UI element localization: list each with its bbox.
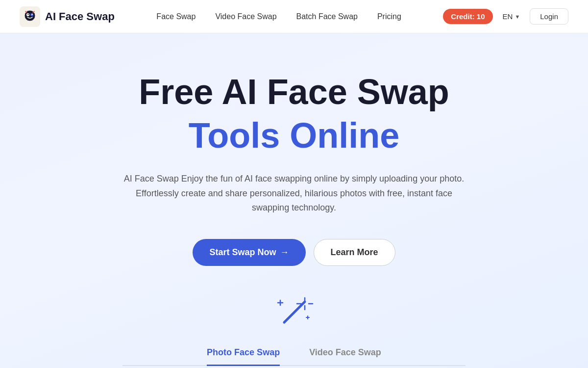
nav-links: Face Swap Video Face Swap Batch Face Swa…: [156, 12, 401, 21]
nav-video-face-swap[interactable]: Video Face Swap: [215, 12, 276, 21]
hero-buttons: Start Swap Now → Learn More: [193, 239, 395, 266]
svg-point-5: [31, 14, 32, 15]
language-selector[interactable]: EN ▼: [499, 9, 524, 24]
navbar: AI Face Swap Face Swap Video Face Swap B…: [0, 0, 588, 33]
credit-badge[interactable]: Credit: 10: [443, 9, 492, 24]
hero-subtitle: AI Face Swap Enjoy the fun of AI face sw…: [122, 172, 466, 215]
logo-text: AI Face Swap: [45, 10, 115, 23]
start-swap-button[interactable]: Start Swap Now →: [193, 239, 305, 266]
svg-point-4: [27, 14, 28, 15]
nav-batch-face-swap[interactable]: Batch Face Swap: [296, 12, 358, 21]
tab-video-face-swap[interactable]: Video Face Swap: [309, 347, 381, 366]
nav-face-swap[interactable]: Face Swap: [156, 12, 196, 21]
chevron-down-icon: ▼: [514, 14, 520, 20]
hero-title-line2: Tools Online: [189, 115, 400, 156]
navbar-right: Credit: 10 EN ▼ Login: [443, 8, 568, 25]
login-button[interactable]: Login: [530, 8, 568, 25]
magic-wand-icon: [274, 295, 314, 330]
hero-title-line1: Free AI Face Swap: [139, 73, 449, 111]
hero-section: Free AI Face Swap Tools Online AI Face S…: [0, 33, 588, 368]
arrow-icon: →: [280, 247, 289, 258]
logo-icon: [20, 6, 40, 27]
tabs-container: Photo Face Swap Video Face Swap: [122, 347, 466, 366]
tab-photo-face-swap[interactable]: Photo Face Swap: [207, 347, 280, 366]
svg-line-6: [284, 302, 305, 322]
learn-more-button[interactable]: Learn More: [314, 239, 395, 266]
start-swap-label: Start Swap Now: [209, 247, 276, 258]
magic-wand-wrapper: [274, 295, 314, 332]
nav-pricing[interactable]: Pricing: [377, 12, 401, 21]
logo-area: AI Face Swap: [20, 6, 115, 27]
language-label: EN: [503, 12, 513, 21]
